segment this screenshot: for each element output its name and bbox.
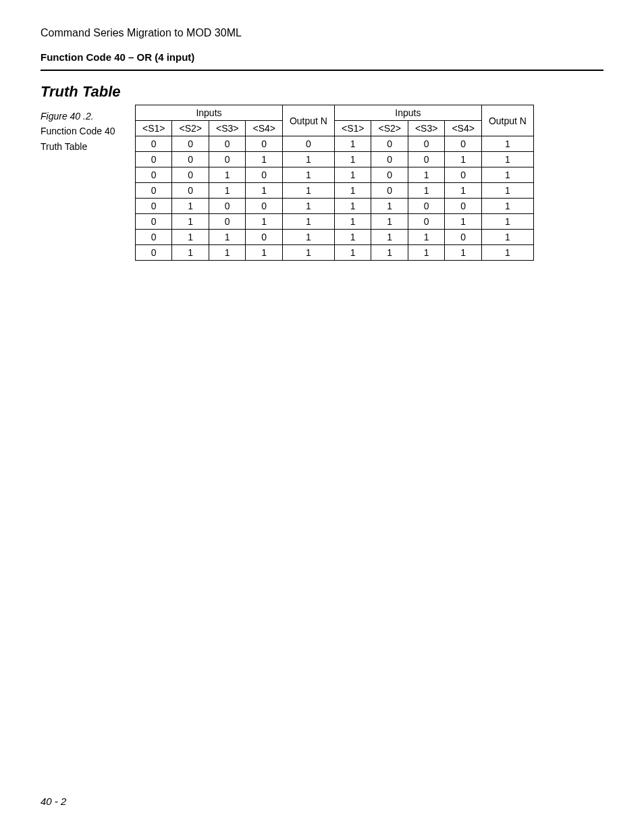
table-cell: 0 [172,183,209,199]
table-row: 0011110111 [136,183,534,199]
table-cell: 1 [209,183,245,199]
table-cell: 1 [445,245,481,261]
truth-table-body: 0000010001000111001100101101010011110111… [136,136,534,261]
table-cell: 1 [209,245,245,261]
table-cell: 0 [445,199,481,214]
table-row: 0101111011 [136,214,534,230]
table-cell: 0 [136,214,172,230]
table-cell: 0 [408,136,444,152]
table-cell: 0 [209,136,245,152]
table-cell: 1 [282,230,334,245]
sub-header: <S1> [334,121,371,136]
table-cell: 1 [282,245,334,261]
table-cell: 1 [334,199,371,214]
table-cell: 0 [408,199,444,214]
table-cell: 0 [209,199,245,214]
table-cell: 0 [136,245,172,261]
table-cell: 1 [334,167,371,183]
table-cell: 0 [246,230,282,245]
table-cell: 1 [481,245,533,261]
figure-label: Figure 40 .2. [41,109,135,124]
table-cell: 0 [445,230,481,245]
sub-header: <S4> [445,121,481,136]
table-cell: 1 [209,230,245,245]
table-cell: 1 [408,230,444,245]
table-cell: 0 [136,136,172,152]
table-cell: 1 [481,183,533,199]
table-cell: 0 [136,167,172,183]
table-cell: 1 [481,167,533,183]
figure-caption-line1: Function Code 40 [41,124,135,138]
table-cell: 1 [481,199,533,214]
output-header-left: Output N [282,105,334,136]
table-cell: 1 [334,214,371,230]
table-cell: 1 [334,183,371,199]
sub-header: <S4> [246,121,282,136]
table-row: 0111111111 [136,245,534,261]
table-cell: 0 [136,230,172,245]
table-cell: 1 [172,214,209,230]
table-cell: 0 [371,183,408,199]
inputs-header-right: Inputs [334,105,481,121]
table-cell: 1 [481,152,533,167]
table-cell: 1 [172,245,209,261]
table-cell: 0 [371,167,408,183]
table-cell: 0 [408,152,444,167]
table-cell: 1 [371,245,408,261]
table-cell: 0 [282,136,334,152]
header-rule [41,70,603,71]
table-cell: 1 [282,167,334,183]
table-cell: 1 [445,214,481,230]
figure-caption-line2: Truth Table [41,139,135,154]
table-cell: 0 [172,136,209,152]
table-cell: 1 [371,214,408,230]
table-row: 0110111101 [136,230,534,245]
table-cell: 0 [246,199,282,214]
table-cell: 0 [246,136,282,152]
table-cell: 1 [246,183,282,199]
page-subheader: Function Code 40 – OR (4 input) [41,51,603,63]
output-header-right: Output N [481,105,533,136]
table-cell: 1 [481,214,533,230]
inputs-header-left: Inputs [136,105,283,121]
table-cell: 0 [445,167,481,183]
table-header-row-1: Inputs Output N Inputs Output N [136,105,534,121]
table-cell: 0 [246,167,282,183]
table-cell: 0 [172,152,209,167]
page-header: Command Series Migration to MOD 30ML [41,27,603,39]
table-cell: 0 [172,167,209,183]
table-cell: 1 [408,245,444,261]
table-cell: 1 [371,230,408,245]
truth-table: Inputs Output N Inputs Output N <S1> <S2… [135,105,534,261]
table-cell: 1 [282,214,334,230]
table-cell: 0 [136,199,172,214]
table-cell: 0 [136,152,172,167]
table-row: 0000010001 [136,136,534,152]
table-cell: 1 [334,152,371,167]
table-cell: 0 [136,183,172,199]
sub-header: <S3> [408,121,444,136]
table-cell: 1 [282,199,334,214]
table-row: 0100111001 [136,199,534,214]
table-cell: 1 [334,230,371,245]
table-cell: 0 [209,152,245,167]
sub-header: <S3> [209,121,245,136]
table-cell: 1 [282,152,334,167]
table-cell: 0 [408,214,444,230]
table-cell: 0 [445,136,481,152]
table-cell: 1 [445,183,481,199]
table-cell: 1 [282,183,334,199]
content-row: Figure 40 .2. Function Code 40 Truth Tab… [41,105,603,261]
table-cell: 0 [209,214,245,230]
table-cell: 1 [246,152,282,167]
sub-header: <S2> [172,121,209,136]
sub-header: <S2> [371,121,408,136]
sub-header: <S1> [136,121,172,136]
table-cell: 1 [246,245,282,261]
figure-caption: Figure 40 .2. Function Code 40 Truth Tab… [41,105,135,154]
table-cell: 1 [172,230,209,245]
table-cell: 1 [371,199,408,214]
table-cell: 1 [445,152,481,167]
table-cell: 1 [209,167,245,183]
table-cell: 1 [172,199,209,214]
